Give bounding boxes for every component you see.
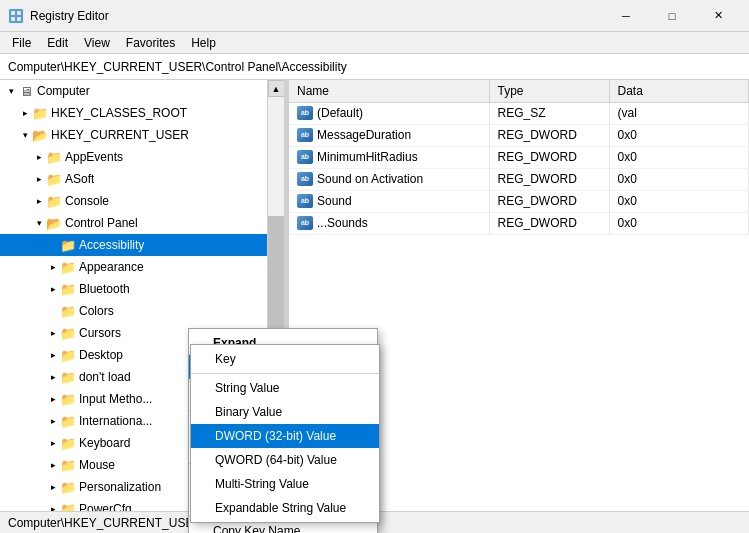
sub-string[interactable]: String Value xyxy=(191,376,379,400)
sub-qword[interactable]: QWORD (64-bit) Value xyxy=(191,448,379,472)
menu-edit[interactable]: Edit xyxy=(39,34,76,52)
reg-value-icon: ab xyxy=(297,106,313,120)
value-data-cell: 0x0 xyxy=(609,124,749,146)
sub-expandablestring[interactable]: Expandable String Value xyxy=(191,496,379,520)
tree-label-mouse: Mouse xyxy=(79,458,115,472)
tree-label-inputmethod: Input Metho... xyxy=(79,392,152,406)
expand-hkcu[interactable]: ▾ xyxy=(18,128,32,142)
sub-binary[interactable]: Binary Value xyxy=(191,400,379,424)
tree-item-bluetooth[interactable]: ▸ 📁 Bluetooth xyxy=(0,278,284,300)
tree-label-cursors: Cursors xyxy=(79,326,121,340)
folder-hkcu-icon: 📂 xyxy=(32,128,48,142)
menu-view[interactable]: View xyxy=(76,34,118,52)
value-data-cell: 0x0 xyxy=(609,190,749,212)
expand-hkcr[interactable]: ▸ xyxy=(18,106,32,120)
value-data-cell: 0x0 xyxy=(609,168,749,190)
title-bar: Registry Editor ─ □ ✕ xyxy=(0,0,749,32)
value-name-cell: abMessageDuration xyxy=(289,124,489,146)
tree-item-computer[interactable]: ▾ 🖥 Computer xyxy=(0,80,284,102)
expand-controlpanel[interactable]: ▾ xyxy=(32,216,46,230)
address-bar: Computer\HKEY_CURRENT_USER\Control Panel… xyxy=(0,54,749,80)
tree-item-appevents[interactable]: ▸ 📁 AppEvents xyxy=(0,146,284,168)
menu-help[interactable]: Help xyxy=(183,34,224,52)
tree-label-computer: Computer xyxy=(37,84,90,98)
folder-dontload-icon: 📁 xyxy=(60,370,76,384)
sub-multistring[interactable]: Multi-String Value xyxy=(191,472,379,496)
expand-console[interactable]: ▸ xyxy=(32,194,46,208)
reg-value-icon: ab xyxy=(297,172,313,186)
sub-dword[interactable]: DWORD (32-bit) Value xyxy=(191,424,379,448)
value-type-cell: REG_DWORD xyxy=(489,168,609,190)
expand-powercfg[interactable]: ▸ xyxy=(46,502,60,511)
menu-favorites[interactable]: Favorites xyxy=(118,34,183,52)
tree-item-colors[interactable]: 📁 Colors xyxy=(0,300,284,322)
value-data-cell: 0x0 xyxy=(609,212,749,234)
tree-label-powercfg: PowerCfg xyxy=(79,502,132,511)
close-button[interactable]: ✕ xyxy=(695,0,741,32)
minimize-button[interactable]: ─ xyxy=(603,0,649,32)
folder-keyboard-icon: 📁 xyxy=(60,436,76,450)
table-row[interactable]: abSoundREG_DWORD0x0 xyxy=(289,190,749,212)
folder-cursors-icon: 📁 xyxy=(60,326,76,340)
sub-multistring-label: Multi-String Value xyxy=(215,477,309,491)
expand-bluetooth[interactable]: ▸ xyxy=(46,282,60,296)
table-row[interactable]: abMinimumHitRadiusREG_DWORD0x0 xyxy=(289,146,749,168)
tree-item-console[interactable]: ▸ 📁 Console xyxy=(0,190,284,212)
tree-label-keyboard: Keyboard xyxy=(79,436,130,450)
table-row[interactable]: abSound on ActivationREG_DWORD0x0 xyxy=(289,168,749,190)
tree-label-console: Console xyxy=(65,194,109,208)
window-controls: ─ □ ✕ xyxy=(603,0,741,32)
svg-rect-4 xyxy=(17,17,21,21)
folder-powercfg-icon: 📁 xyxy=(60,502,76,511)
expand-computer[interactable]: ▾ xyxy=(4,84,18,98)
tree-label-personalization: Personalization xyxy=(79,480,161,494)
expand-appearance[interactable]: ▸ xyxy=(46,260,60,274)
expand-asoft[interactable]: ▸ xyxy=(32,172,46,186)
maximize-button[interactable]: □ xyxy=(649,0,695,32)
table-row[interactable]: abMessageDurationREG_DWORD0x0 xyxy=(289,124,749,146)
expand-inputmethod[interactable]: ▸ xyxy=(46,392,60,406)
expand-desktop[interactable]: ▸ xyxy=(46,348,60,362)
tree-label-accessibility: Accessibility xyxy=(79,238,144,252)
expand-appevents[interactable]: ▸ xyxy=(32,150,46,164)
table-row[interactable]: ab...SoundsREG_DWORD0x0 xyxy=(289,212,749,234)
ctx-copykeyname-label: Copy Key Name xyxy=(213,524,300,533)
folder-bluetooth-icon: 📁 xyxy=(60,282,76,296)
sub-key-label: Key xyxy=(215,352,236,366)
table-row[interactable]: ab(Default)REG_SZ(val xyxy=(289,102,749,124)
tree-item-hkcu[interactable]: ▾ 📂 HKEY_CURRENT_USER xyxy=(0,124,284,146)
col-data: Data xyxy=(609,80,749,102)
folder-personalization-icon: 📁 xyxy=(60,480,76,494)
expand-international[interactable]: ▸ xyxy=(46,414,60,428)
tree-label-international: Internationa... xyxy=(79,414,152,428)
value-name-cell: abSound on Activation xyxy=(289,168,489,190)
tree-label-appevents: AppEvents xyxy=(65,150,123,164)
expand-keyboard[interactable]: ▸ xyxy=(46,436,60,450)
values-table: Name Type Data ab(Default)REG_SZ(valabMe… xyxy=(289,80,749,235)
value-type-cell: REG_DWORD xyxy=(489,146,609,168)
expand-personalization[interactable]: ▸ xyxy=(46,480,60,494)
expand-mouse[interactable]: ▸ xyxy=(46,458,60,472)
tree-label-appearance: Appearance xyxy=(79,260,144,274)
value-type-cell: REG_DWORD xyxy=(489,190,609,212)
tree-item-controlpanel[interactable]: ▾ 📂 Control Panel xyxy=(0,212,284,234)
menu-file[interactable]: File xyxy=(4,34,39,52)
tree-scroll-up[interactable]: ▲ xyxy=(268,80,285,97)
folder-international-icon: 📁 xyxy=(60,414,76,428)
tree-label-hkcu: HKEY_CURRENT_USER xyxy=(51,128,189,142)
tree-item-appearance[interactable]: ▸ 📁 Appearance xyxy=(0,256,284,278)
sub-key[interactable]: Key xyxy=(191,347,379,371)
tree-item-accessibility[interactable]: 📁 Accessibility xyxy=(0,234,284,256)
expand-cursors[interactable]: ▸ xyxy=(46,326,60,340)
tree-label-asoft: ASoft xyxy=(65,172,94,186)
sub-dword-label: DWORD (32-bit) Value xyxy=(215,429,336,443)
folder-colors-icon: 📁 xyxy=(60,304,76,318)
reg-value-icon: ab xyxy=(297,150,313,164)
window-title: Registry Editor xyxy=(30,9,603,23)
folder-desktop-icon: 📁 xyxy=(60,348,76,362)
sub-expandablestring-label: Expandable String Value xyxy=(215,501,346,515)
app-icon xyxy=(8,8,24,24)
tree-item-hkcr[interactable]: ▸ 📁 HKEY_CLASSES_ROOT xyxy=(0,102,284,124)
tree-item-asoft[interactable]: ▸ 📁 ASoft xyxy=(0,168,284,190)
expand-dontload[interactable]: ▸ xyxy=(46,370,60,384)
